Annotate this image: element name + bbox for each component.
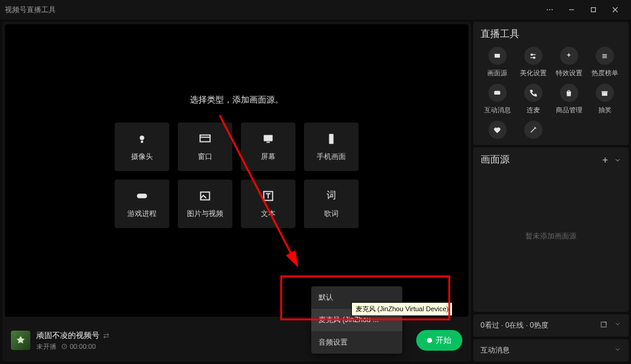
source-text[interactable]: 文本 xyxy=(241,180,295,228)
more-button[interactable]: ⋯ xyxy=(539,0,561,19)
popout-icon[interactable] xyxy=(599,320,608,331)
svg-point-23 xyxy=(531,53,533,55)
image-icon xyxy=(198,189,212,203)
chevron-down-icon[interactable] xyxy=(614,157,621,164)
svg-rect-28 xyxy=(494,90,501,94)
gift-icon xyxy=(596,84,614,102)
start-button[interactable]: 开始 xyxy=(416,330,462,351)
preview-prompt: 选择类型，添加画面源。 xyxy=(190,95,283,106)
svg-rect-8 xyxy=(264,135,273,141)
chevron-down-icon[interactable] xyxy=(614,346,621,355)
source-camera[interactable]: 摄像头 xyxy=(115,123,169,171)
tool-goods[interactable]: 商品管理 xyxy=(552,84,585,115)
svg-rect-6 xyxy=(200,135,211,141)
sliders-icon xyxy=(524,47,542,65)
preview-area: 选择类型，添加画面源。 摄像头 窗口 屏幕 xyxy=(5,24,468,317)
tool-rank[interactable]: 热度榜单 xyxy=(588,47,621,78)
chat-panel: 互动消息 xyxy=(473,339,629,362)
add-source-button[interactable]: + xyxy=(602,155,608,166)
window-icon xyxy=(198,132,212,146)
sources-header: 画面源 xyxy=(481,153,510,166)
bag-icon xyxy=(560,84,578,102)
tool-source[interactable]: 画面源 xyxy=(481,47,514,78)
wand-icon xyxy=(524,121,542,139)
minimize-button[interactable] xyxy=(561,0,582,19)
app-title: 视频号直播工具 xyxy=(5,5,56,15)
screen-icon xyxy=(262,132,275,146)
tool-extra-2[interactable] xyxy=(516,121,550,139)
source-icon xyxy=(488,47,507,65)
account-name: 顽固不凌的视频号 xyxy=(36,330,100,341)
chevron-down-icon[interactable] xyxy=(614,320,621,331)
mic-menu-settings[interactable]: 音频设置 xyxy=(311,331,402,354)
tool-msg[interactable]: 互动消息 xyxy=(481,84,514,115)
svg-rect-20 xyxy=(494,53,500,57)
title-bar: 视频号直播工具 ⋯ xyxy=(0,0,631,19)
tools-panel: 直播工具 画面源 美化设置 特效设置 热度榜单 互动消息 连麦 商品管理 抽奖 xyxy=(473,22,629,145)
broadcast-time: 00:00:00 xyxy=(61,343,96,350)
source-phone[interactable]: 手机画面 xyxy=(304,123,359,171)
stats-text: 0看过 · 0在线 · 0热度 xyxy=(481,320,548,331)
avatar xyxy=(11,331,30,350)
source-game[interactable]: 游戏进程 xyxy=(115,180,169,228)
svg-line-31 xyxy=(531,127,536,132)
svg-point-24 xyxy=(533,56,535,58)
tool-effects[interactable]: 特效设置 xyxy=(552,47,585,78)
source-grid: 摄像头 窗口 屏幕 手机画面 xyxy=(115,123,359,228)
svg-rect-29 xyxy=(602,92,607,96)
svg-rect-5 xyxy=(141,140,143,143)
gamepad-icon xyxy=(135,189,149,203)
heart-icon xyxy=(488,121,507,139)
svg-point-4 xyxy=(140,135,144,140)
svg-rect-1 xyxy=(592,8,596,12)
swap-icon[interactable]: ⇄ xyxy=(103,331,109,340)
close-button[interactable] xyxy=(604,0,626,19)
svg-rect-11 xyxy=(137,194,147,198)
source-image[interactable]: 图片与视频 xyxy=(178,180,232,228)
mic-menu: 默认 麦克风 (JinZhou ... 音频设置 xyxy=(311,286,402,354)
record-dot-icon xyxy=(427,338,432,343)
svg-rect-10 xyxy=(329,133,333,144)
source-screen[interactable]: 屏幕 xyxy=(241,123,295,171)
sources-empty: 暂未添加画面源 xyxy=(481,166,621,306)
lyrics-icon: 词 xyxy=(325,189,338,203)
tool-beauty[interactable]: 美化设置 xyxy=(516,47,550,78)
svg-rect-9 xyxy=(266,141,270,143)
source-window[interactable]: 窗口 xyxy=(178,123,232,171)
mic-tooltip: 麦克风 (JinZhou Virtual Device) xyxy=(351,302,453,316)
svg-rect-30 xyxy=(602,91,608,92)
sparkle-icon xyxy=(560,47,578,65)
sources-panel: 画面源 + 暂未添加画面源 xyxy=(473,147,629,312)
stats-panel: 0看过 · 0在线 · 0热度 xyxy=(473,314,629,337)
source-lyrics[interactable]: 词 歌词 xyxy=(304,180,359,228)
account-status: 未开播 xyxy=(36,342,56,351)
svg-rect-12 xyxy=(201,192,210,200)
chat-icon xyxy=(488,84,507,102)
text-icon xyxy=(262,189,275,203)
phone-icon xyxy=(325,132,338,146)
chat-header: 互动消息 xyxy=(481,345,510,356)
svg-rect-32 xyxy=(601,322,606,327)
account-block[interactable]: 顽固不凌的视频号⇄ 未开播 00:00:00 xyxy=(11,330,109,351)
tool-extra-1[interactable] xyxy=(481,121,514,139)
tool-lottery[interactable]: 抽奖 xyxy=(588,84,621,115)
list-icon xyxy=(596,47,614,65)
tool-call[interactable]: 连麦 xyxy=(516,84,550,115)
camera-icon xyxy=(135,132,149,146)
tools-header: 直播工具 xyxy=(481,28,621,41)
maximize-button[interactable] xyxy=(582,0,604,19)
phone-call-icon xyxy=(524,84,542,102)
